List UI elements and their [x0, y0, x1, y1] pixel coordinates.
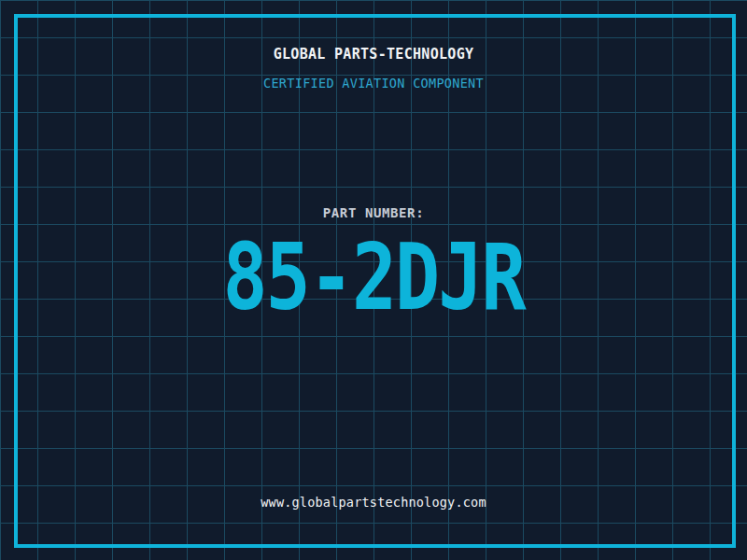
website-url: www.globalpartstechnology.com	[0, 495, 747, 510]
company-name: GLOBAL PARTS-TECHNOLOGY	[0, 46, 747, 63]
part-number-value: 85-2DJR	[222, 232, 524, 324]
certification-subtitle: CERTIFIED AVIATION COMPONENT	[0, 76, 747, 91]
certificate-page: GLOBAL PARTS-TECHNOLOGY CERTIFIED AVIATI…	[0, 0, 747, 560]
part-number-label: PART NUMBER:	[0, 205, 747, 220]
part-number-display: 85-2DJR	[0, 233, 747, 323]
